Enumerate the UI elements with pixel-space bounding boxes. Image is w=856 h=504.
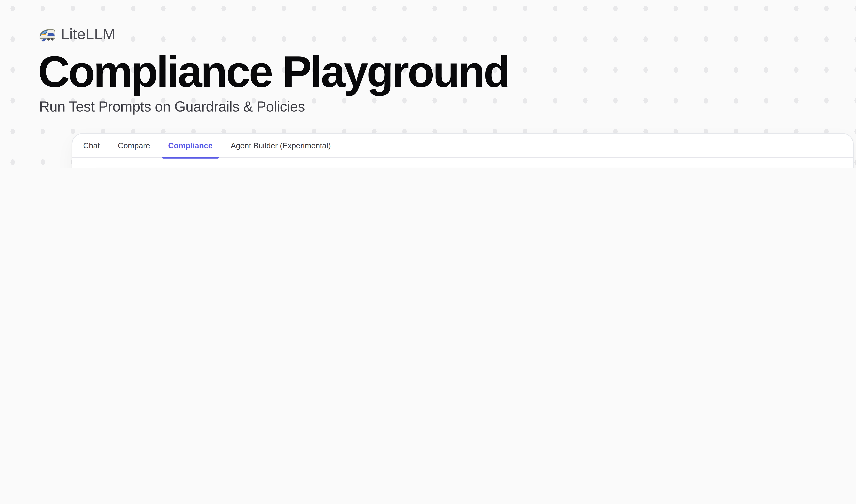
- tab-compare[interactable]: Compare: [118, 133, 150, 158]
- tab-compliance[interactable]: Compliance: [168, 133, 213, 158]
- screen: LiteLLM Compliance Playground Run Test P…: [0, 0, 856, 168]
- tab-chat[interactable]: Chat: [83, 133, 100, 158]
- test-configuration-card: Test Configuration Select policies, guar…: [90, 167, 846, 168]
- train-logo-icon: [38, 26, 56, 42]
- brand-name: LiteLLM: [61, 25, 115, 43]
- main-tabbar: Chat Compare Compliance Agent Builder (E…: [72, 134, 853, 158]
- main-card: Chat Compare Compliance Agent Builder (E…: [72, 133, 854, 168]
- tab-agent-builder[interactable]: Agent Builder (Experimental): [231, 133, 331, 158]
- hero-header: LiteLLM Compliance Playground Run Test P…: [38, 25, 509, 115]
- page-title: Compliance Playground: [38, 49, 509, 95]
- page-background: LiteLLM Compliance Playground Run Test P…: [0, 0, 856, 168]
- page-subtitle: Run Test Prompts on Guardrails & Policie…: [39, 98, 509, 115]
- brand: LiteLLM: [38, 25, 509, 43]
